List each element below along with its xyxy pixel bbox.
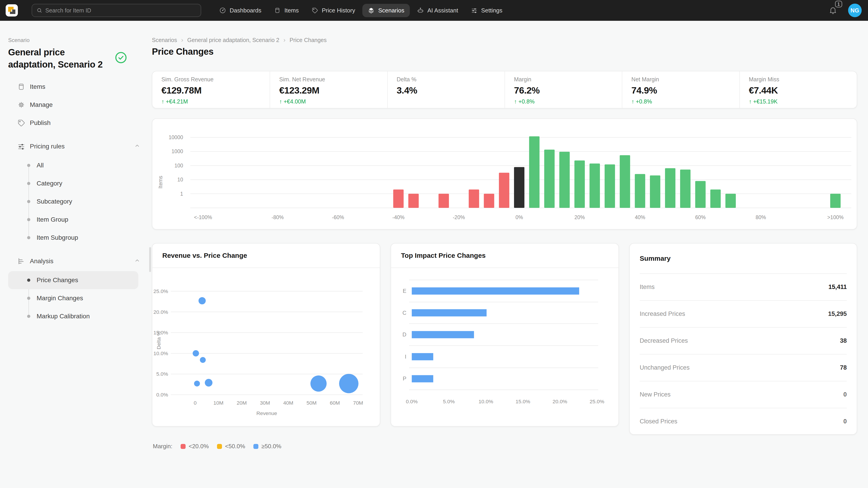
kpi-value: €7.44K (749, 85, 848, 96)
legend-title: Margin: (153, 443, 173, 450)
breadcrumb-current: Price Changes (289, 37, 327, 43)
svg-text:0: 0 (194, 400, 197, 406)
summary-row-value: 78 (840, 364, 847, 371)
breadcrumb-scenario[interactable]: General price adaptation, Scenario 2 (187, 37, 279, 43)
kpi-label: Margin (514, 76, 613, 83)
sidebar-item-label: Item Subgroup (37, 234, 78, 241)
sidebar-item-label: Price Changes (37, 276, 78, 284)
sidebar-item-item-subgroup[interactable]: Item Subgroup (8, 229, 138, 247)
svg-text:E: E (403, 288, 406, 294)
sidebar: Scenario General price adaptation, Scena… (0, 21, 152, 488)
sidebar-item-margin-changes[interactable]: Margin Changes (8, 289, 138, 307)
box-icon (17, 83, 25, 91)
nav-tab-scenarios[interactable]: Scenarios (362, 4, 410, 17)
app-logo-icon[interactable] (5, 4, 18, 17)
sidebar-item-label: Manage (30, 101, 53, 108)
svg-text:10000: 10000 (168, 134, 183, 140)
gauge-icon (219, 7, 226, 14)
scenario-title: General price adaptation, Scenario 2 (8, 46, 111, 70)
kpi-delta-pct: Delta % 3.4% (387, 71, 504, 108)
summary-row-value: 0 (843, 418, 847, 425)
chevron-up-icon[interactable] (134, 143, 140, 150)
kpi-margin-miss: Margin Miss €7.44K ↑ +€15.19K (739, 71, 857, 108)
pricing-rules-items: All Category Subcategory Item Group Item… (8, 156, 144, 247)
scenario-label: Scenario (8, 37, 144, 43)
sidebar-item-item-group[interactable]: Item Group (8, 210, 138, 229)
nav-tab-label: Scenarios (378, 7, 404, 14)
avatar[interactable]: NG (848, 4, 862, 17)
svg-text:30M: 30M (260, 400, 270, 406)
svg-text:0.0%: 0.0% (406, 398, 418, 404)
nav-menu: Dashboards Items Price History Scenarios (214, 4, 508, 17)
chart-title: Top Impact Price Changes (391, 243, 618, 268)
sidebar-item-items[interactable]: Items (8, 78, 144, 96)
kpi-margin: Margin 76.2% ↑ +0.8% (504, 71, 622, 108)
svg-text:-40%: -40% (393, 215, 405, 220)
svg-text:1000: 1000 (172, 149, 183, 154)
svg-text:25.0%: 25.0% (153, 288, 168, 294)
svg-text:40M: 40M (283, 400, 293, 406)
legend-entry-lt20: <20.0% (181, 443, 209, 450)
svg-text:5.0%: 5.0% (443, 398, 455, 404)
sidebar-item-all[interactable]: All (8, 156, 138, 174)
kpi-label: Net Margin (631, 76, 730, 83)
sidebar-item-price-changes[interactable]: Price Changes (8, 271, 138, 289)
kpi-row: Sim. Gross Revenue €129.78M ↑ +€4.21M Si… (152, 71, 857, 108)
nav-tab-ai-assistant[interactable]: AI Assistant (412, 4, 464, 17)
sidebar-item-label: Publish (30, 119, 51, 127)
red-swatch-icon (181, 444, 186, 449)
svg-text:50M: 50M (307, 400, 317, 406)
gear-icon (17, 101, 25, 109)
sidebar-item-subcategory[interactable]: Subcategory (8, 193, 138, 210)
kpi-sim-net-revenue: Sim. Net Revenue €123.29M ↑ +€4.00M (270, 71, 387, 108)
kpi-value: €129.78M (161, 85, 260, 96)
nav-tab-settings[interactable]: Settings (465, 4, 508, 17)
sidebar-item-label: Category (37, 180, 62, 187)
pricing-rules-header[interactable]: Pricing rules (8, 137, 144, 156)
nav-tab-price-history[interactable]: Price History (306, 4, 361, 17)
summary-row-value: 15,411 (829, 284, 847, 291)
sidebar-item-markup-calibration[interactable]: Markup Calibration (8, 307, 138, 325)
sidebar-item-category[interactable]: Category (8, 174, 138, 193)
nav-tab-label: AI Assistant (428, 7, 458, 14)
sidebar-item-label: Markup Calibration (37, 313, 90, 320)
revenue-vs-price-change-card: Revenue vs. Price Change 0.0%5.0%10.0%15… (152, 243, 380, 427)
robot-icon (417, 7, 424, 14)
kpi-net-margin: Net Margin 74.9% ↑ +0.8% (622, 71, 739, 108)
scenario-links: Items Manage Publish (8, 78, 144, 132)
price-change-histogram-card: 110100100010000Items<-100%-80%-60%-40%-2… (152, 119, 857, 230)
layers-icon (368, 7, 375, 14)
sidebar-item-label: Item Group (37, 216, 68, 223)
svg-text:10M: 10M (213, 400, 223, 406)
kpi-label: Margin Miss (749, 76, 848, 83)
kpi-delta: ↑ +€4.00M (279, 98, 378, 105)
revenue-vs-price-change-chart[interactable]: 0.0%5.0%10.0%15.0%20.0%25.0%010M20M30M40… (152, 268, 380, 426)
analysis-header[interactable]: Analysis (8, 252, 144, 270)
sidebar-item-label: Margin Changes (37, 295, 83, 302)
price-change-histogram[interactable]: 110100100010000Items<-100%-80%-60%-40%-2… (152, 119, 857, 229)
bell-icon (829, 6, 837, 15)
svg-text:15.0%: 15.0% (516, 398, 530, 404)
sidebar-item-publish[interactable]: Publish (8, 114, 144, 132)
sidebar-item-manage[interactable]: Manage (8, 96, 144, 114)
svg-text:D: D (402, 331, 406, 337)
legend-entry-gte50: ≥50.0% (253, 443, 281, 450)
top-impact-price-changes-chart[interactable]: ECDIP0.0%5.0%10.0%15.0%20.0%25.0% (391, 268, 618, 426)
svg-text:10: 10 (177, 177, 183, 183)
sidebar-item-label: All (37, 162, 43, 169)
svg-text:40%: 40% (635, 215, 645, 220)
kpi-value: €123.29M (279, 85, 378, 96)
nav-tab-items[interactable]: Items (269, 4, 304, 17)
chevron-up-icon[interactable] (134, 258, 140, 265)
summary-row-increased: Increased Prices 15,295 (640, 300, 847, 327)
search-input[interactable] (45, 7, 196, 14)
notifications-button[interactable]: 1 (829, 6, 837, 15)
nav-tab-label: Price History (322, 7, 355, 14)
breadcrumb-scenarios[interactable]: Scenarios (152, 37, 177, 43)
sidebar-scrollbar[interactable] (149, 247, 151, 272)
nav-tab-dashboards[interactable]: Dashboards (214, 4, 267, 17)
kpi-delta: ↑ +0.8% (631, 98, 730, 105)
summary-row-label: Closed Prices (640, 418, 677, 425)
group-label: Pricing rules (30, 143, 65, 150)
svg-text:Revenue: Revenue (256, 410, 277, 416)
